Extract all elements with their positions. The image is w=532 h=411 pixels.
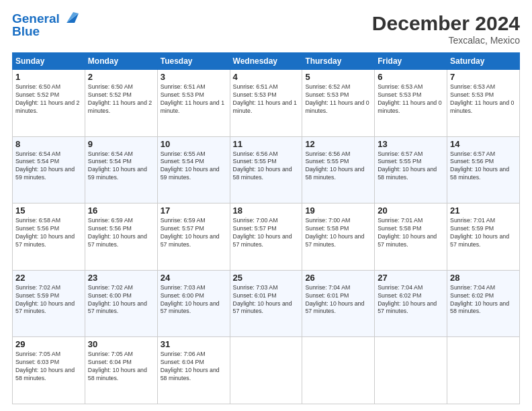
logo-blue: Blue (12, 25, 79, 39)
day-info: Sunrise: 6:51 AMSunset: 5:53 PMDaylight:… (161, 83, 227, 116)
day-number: 30 (88, 339, 154, 349)
day-info: Sunrise: 7:01 AMSunset: 5:58 PMDaylight:… (378, 217, 444, 249)
day-number: 20 (378, 205, 444, 216)
title-section: December 2024 Texcalac, Mexico (372, 12, 520, 46)
calendar-cell: 11Sunrise: 6:56 AMSunset: 5:55 PMDayligh… (230, 136, 302, 203)
day-info: Sunrise: 6:56 AMSunset: 5:55 PMDaylight:… (233, 150, 300, 183)
day-number: 11 (233, 139, 300, 149)
day-number: 12 (305, 139, 371, 149)
weekday-header: Saturday (447, 53, 520, 70)
calendar-cell: 30Sunrise: 7:05 AMSunset: 6:04 PMDayligh… (85, 337, 157, 404)
day-number: 3 (161, 72, 227, 82)
day-number: 15 (15, 205, 82, 216)
day-info: Sunrise: 6:57 AMSunset: 5:55 PMDaylight:… (378, 150, 444, 183)
day-info: Sunrise: 7:04 AMSunset: 6:01 PMDaylight:… (305, 284, 371, 316)
calendar-week: 22Sunrise: 7:02 AMSunset: 5:59 PMDayligh… (13, 270, 520, 337)
day-info: Sunrise: 6:59 AMSunset: 5:57 PMDaylight:… (161, 217, 227, 249)
day-number: 8 (15, 139, 82, 149)
day-info: Sunrise: 6:56 AMSunset: 5:55 PMDaylight:… (305, 150, 371, 183)
day-number: 21 (450, 205, 517, 216)
calendar-cell: 17Sunrise: 6:59 AMSunset: 5:57 PMDayligh… (157, 203, 230, 271)
weekday-header: Wednesday (230, 53, 302, 70)
calendar-cell: 26Sunrise: 7:04 AMSunset: 6:01 PMDayligh… (302, 270, 375, 337)
day-number: 25 (233, 273, 300, 283)
day-info: Sunrise: 7:06 AMSunset: 6:04 PMDaylight:… (161, 351, 227, 383)
day-info: Sunrise: 6:53 AMSunset: 5:53 PMDaylight:… (378, 83, 444, 116)
calendar-cell: 13Sunrise: 6:57 AMSunset: 5:55 PMDayligh… (375, 136, 447, 203)
calendar-cell: 8Sunrise: 6:54 AMSunset: 5:54 PMDaylight… (13, 136, 85, 203)
weekday-header: Friday (375, 53, 447, 70)
day-number: 5 (305, 72, 371, 82)
day-info: Sunrise: 6:57 AMSunset: 5:56 PMDaylight:… (450, 150, 517, 183)
calendar-cell: 14Sunrise: 6:57 AMSunset: 5:56 PMDayligh… (447, 136, 520, 203)
day-number: 19 (305, 205, 371, 216)
logo-icon (61, 11, 79, 26)
day-info: Sunrise: 7:05 AMSunset: 6:04 PMDaylight:… (88, 351, 154, 383)
calendar-cell: 1Sunrise: 6:50 AMSunset: 5:52 PMDaylight… (13, 70, 85, 137)
day-info: Sunrise: 7:05 AMSunset: 6:03 PMDaylight:… (15, 351, 82, 383)
page: General Blue December 2024 Texcalac, Mex… (0, 0, 532, 411)
calendar-cell: 18Sunrise: 7:00 AMSunset: 5:57 PMDayligh… (230, 203, 302, 271)
day-info: Sunrise: 6:58 AMSunset: 5:56 PMDaylight:… (15, 217, 82, 249)
day-info: Sunrise: 7:02 AMSunset: 6:00 PMDaylight:… (88, 284, 154, 316)
day-info: Sunrise: 6:54 AMSunset: 5:54 PMDaylight:… (88, 150, 154, 183)
day-info: Sunrise: 7:03 AMSunset: 6:00 PMDaylight:… (161, 284, 227, 316)
calendar-cell: 4Sunrise: 6:51 AMSunset: 5:53 PMDaylight… (230, 70, 302, 137)
day-info: Sunrise: 6:50 AMSunset: 5:52 PMDaylight:… (15, 83, 82, 116)
day-number: 16 (88, 205, 154, 216)
day-number: 1 (15, 72, 82, 82)
day-info: Sunrise: 7:00 AMSunset: 5:57 PMDaylight:… (233, 217, 300, 249)
calendar-cell: 6Sunrise: 6:53 AMSunset: 5:53 PMDaylight… (375, 70, 447, 137)
day-info: Sunrise: 7:01 AMSunset: 5:59 PMDaylight:… (450, 217, 517, 249)
calendar-cell: 3Sunrise: 6:51 AMSunset: 5:53 PMDaylight… (157, 70, 230, 137)
day-number: 2 (88, 72, 154, 82)
day-number: 9 (88, 139, 154, 149)
day-number: 26 (305, 273, 371, 283)
calendar-cell: 2Sunrise: 6:50 AMSunset: 5:52 PMDaylight… (85, 70, 157, 137)
day-number: 7 (450, 72, 517, 82)
calendar-cell: 9Sunrise: 6:54 AMSunset: 5:54 PMDaylight… (85, 136, 157, 203)
header: General Blue December 2024 Texcalac, Mex… (12, 12, 520, 46)
day-info: Sunrise: 7:04 AMSunset: 6:02 PMDaylight:… (450, 284, 517, 316)
calendar-cell: 15Sunrise: 6:58 AMSunset: 5:56 PMDayligh… (13, 203, 85, 271)
calendar-cell: 7Sunrise: 6:53 AMSunset: 5:53 PMDaylight… (447, 70, 520, 137)
calendar-cell (230, 337, 302, 404)
calendar-cell: 24Sunrise: 7:03 AMSunset: 6:00 PMDayligh… (157, 270, 230, 337)
calendar-week: 1Sunrise: 6:50 AMSunset: 5:52 PMDaylight… (13, 70, 520, 137)
day-info: Sunrise: 6:54 AMSunset: 5:54 PMDaylight:… (15, 150, 82, 183)
day-info: Sunrise: 7:04 AMSunset: 6:02 PMDaylight:… (378, 284, 444, 316)
day-number: 31 (161, 339, 227, 349)
calendar-cell: 12Sunrise: 6:56 AMSunset: 5:55 PMDayligh… (302, 136, 375, 203)
day-number: 10 (161, 139, 227, 149)
day-info: Sunrise: 6:59 AMSunset: 5:56 PMDaylight:… (88, 217, 154, 249)
calendar-cell: 31Sunrise: 7:06 AMSunset: 6:04 PMDayligh… (157, 337, 230, 404)
day-info: Sunrise: 7:02 AMSunset: 5:59 PMDaylight:… (15, 284, 82, 316)
calendar-cell: 23Sunrise: 7:02 AMSunset: 6:00 PMDayligh… (85, 270, 157, 337)
day-info: Sunrise: 6:52 AMSunset: 5:53 PMDaylight:… (305, 83, 371, 116)
calendar-cell: 19Sunrise: 7:00 AMSunset: 5:58 PMDayligh… (302, 203, 375, 271)
day-number: 27 (378, 273, 444, 283)
day-info: Sunrise: 6:55 AMSunset: 5:54 PMDaylight:… (161, 150, 227, 183)
calendar-cell (447, 337, 520, 404)
day-number: 13 (378, 139, 444, 149)
calendar-cell (302, 337, 375, 404)
calendar-cell: 20Sunrise: 7:01 AMSunset: 5:58 PMDayligh… (375, 203, 447, 271)
day-number: 17 (161, 205, 227, 216)
day-info: Sunrise: 6:50 AMSunset: 5:52 PMDaylight:… (88, 83, 154, 116)
calendar-cell: 21Sunrise: 7:01 AMSunset: 5:59 PMDayligh… (447, 203, 520, 271)
day-number: 24 (161, 273, 227, 283)
calendar-cell: 22Sunrise: 7:02 AMSunset: 5:59 PMDayligh… (13, 270, 85, 337)
day-number: 29 (15, 339, 82, 349)
calendar: SundayMondayTuesdayWednesdayThursdayFrid… (12, 52, 520, 404)
weekday-header: Sunday (13, 53, 85, 70)
calendar-week: 8Sunrise: 6:54 AMSunset: 5:54 PMDaylight… (13, 136, 520, 203)
calendar-cell: 5Sunrise: 6:52 AMSunset: 5:53 PMDaylight… (302, 70, 375, 137)
month-title: December 2024 (372, 12, 520, 35)
day-number: 22 (15, 273, 82, 283)
calendar-cell: 10Sunrise: 6:55 AMSunset: 5:54 PMDayligh… (157, 136, 230, 203)
day-number: 14 (450, 139, 517, 149)
weekday-header: Monday (85, 53, 157, 70)
calendar-cell: 28Sunrise: 7:04 AMSunset: 6:02 PMDayligh… (447, 270, 520, 337)
calendar-cell: 16Sunrise: 6:59 AMSunset: 5:56 PMDayligh… (85, 203, 157, 271)
day-info: Sunrise: 6:53 AMSunset: 5:53 PMDaylight:… (450, 83, 517, 116)
